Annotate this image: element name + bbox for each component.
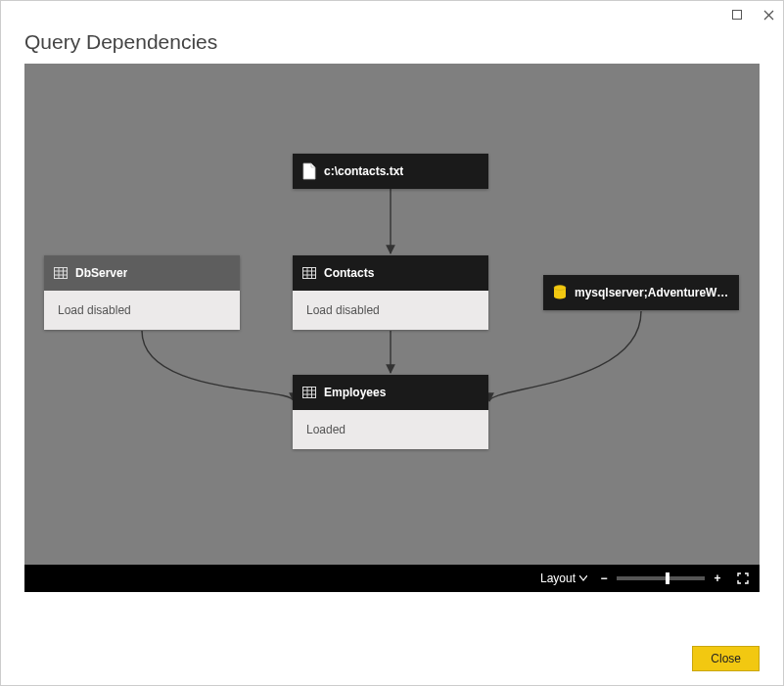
node-title: c:\contacts.txt xyxy=(324,164,403,178)
node-status: Loaded xyxy=(293,410,488,449)
table-icon xyxy=(302,387,316,398)
table-icon xyxy=(54,267,68,279)
node-status: Load disabled xyxy=(293,291,488,330)
node-employees[interactable]: Employees Loaded xyxy=(293,375,488,449)
close-icon[interactable] xyxy=(761,8,775,22)
maximize-icon[interactable] xyxy=(730,8,744,22)
dependency-canvas[interactable]: c:\contacts.txt DbServer Load disabled C… xyxy=(24,64,760,592)
zoom-out-button[interactable]: − xyxy=(597,572,611,585)
node-dbserver[interactable]: DbServer Load disabled xyxy=(44,255,240,330)
node-status: Load disabled xyxy=(44,291,240,330)
node-title: DbServer xyxy=(75,266,127,280)
svg-rect-5 xyxy=(55,268,68,279)
fit-icon xyxy=(736,572,750,585)
chevron-down-icon xyxy=(579,575,587,581)
zoom-slider[interactable]: − + xyxy=(597,572,724,585)
node-title: Employees xyxy=(324,386,386,399)
svg-rect-0 xyxy=(733,11,742,20)
dialog-footer: Close xyxy=(692,646,760,671)
canvas-toolbar: Layout − + xyxy=(24,565,760,592)
dialog-window: Query Dependencies c:\contacts.txt xyxy=(0,0,784,686)
file-icon xyxy=(302,162,316,180)
dialog-title: Query Dependencies xyxy=(1,28,783,64)
node-mysqlserver[interactable]: mysqlserver;AdventureWor... xyxy=(543,275,739,310)
zoom-track[interactable] xyxy=(617,576,705,580)
fit-to-screen-button[interactable] xyxy=(734,570,752,587)
table-icon xyxy=(302,267,316,279)
node-contacts[interactable]: Contacts Load disabled xyxy=(293,255,488,330)
node-contacts-file[interactable]: c:\contacts.txt xyxy=(293,154,488,189)
svg-rect-17 xyxy=(303,388,316,398)
node-title: Contacts xyxy=(324,266,374,280)
node-title: mysqlserver;AdventureWor... xyxy=(575,286,729,299)
svg-rect-10 xyxy=(303,268,316,279)
layout-button[interactable]: Layout xyxy=(540,572,587,585)
database-icon xyxy=(553,285,567,300)
layout-label: Layout xyxy=(540,572,576,585)
zoom-thumb[interactable] xyxy=(666,572,669,584)
zoom-in-button[interactable]: + xyxy=(711,572,724,585)
close-button[interactable]: Close xyxy=(692,646,760,671)
titlebar xyxy=(1,1,783,28)
